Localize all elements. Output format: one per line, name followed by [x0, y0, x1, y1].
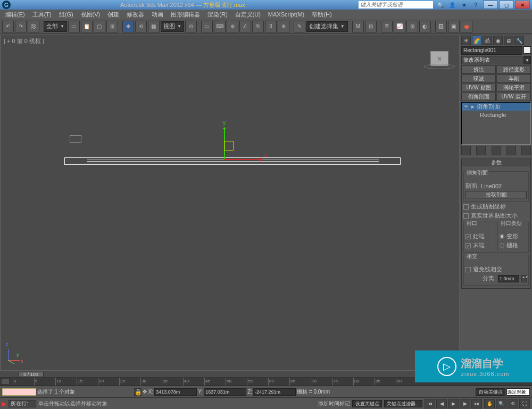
move-button[interactable]: ✥ — [122, 21, 134, 32]
realworld-checkbox[interactable] — [463, 213, 469, 219]
create-tab-icon[interactable]: ✳ — [461, 36, 471, 45]
gizmo-xy-plane[interactable] — [224, 141, 234, 151]
search-input[interactable]: 键入关键字或短语 — [359, 1, 433, 9]
captype-morph-radio[interactable] — [500, 234, 504, 239]
menu-group[interactable]: 组(G) — [56, 10, 77, 19]
keyfilter-button[interactable]: 关键点过滤器... — [384, 400, 422, 407]
modifier-stack[interactable]: 👁 ▸ 倒角剖面 Rectangle — [461, 102, 531, 145]
object-color-swatch[interactable] — [523, 46, 531, 54]
coord-y-input[interactable]: 1637.031m — [204, 388, 246, 396]
layers-button[interactable]: ≣ — [381, 21, 393, 32]
show-end-result-button[interactable] — [476, 146, 486, 155]
menu-edit[interactable]: 编辑(E) — [2, 10, 28, 19]
modify-tab-icon[interactable]: 🌈 — [472, 36, 481, 45]
menu-maxscript[interactable]: MAXScript(M) — [265, 11, 307, 18]
gizmo-x-axis[interactable] — [224, 159, 261, 160]
mirror-button[interactable]: M — [352, 21, 364, 32]
script-loc-arrow[interactable]: ▶ — [2, 400, 6, 407]
app-logo[interactable]: G — [2, 1, 11, 9]
viewport-orbit-button[interactable]: ⟲ — [508, 399, 518, 408]
pivot-button[interactable]: ⊙ — [185, 21, 197, 32]
script-loc-dropdown[interactable]: 所在行: — [9, 400, 36, 407]
viewport-max-button[interactable]: ⛶ — [519, 399, 530, 408]
add-time-tag[interactable]: 添加时间标记 — [318, 400, 350, 407]
viewport-label[interactable]: [ + 0 前 0 线框 ] — [4, 37, 44, 45]
minimize-button[interactable]: — — [483, 1, 498, 9]
coord-x-input[interactable]: 3413.078m — [154, 388, 197, 396]
goto-start-button[interactable]: ⏮ — [425, 399, 435, 408]
stack-item-rectangle[interactable]: Rectangle — [462, 111, 530, 119]
help-icon[interactable]: ? — [471, 1, 480, 9]
viewport[interactable]: [ + 0 前 0 线框 ] 前 y x z x y — [0, 35, 460, 371]
pick-section-button[interactable]: 拾取剖面 — [466, 191, 527, 198]
hierarchy-tab-icon[interactable]: 品 — [483, 36, 492, 45]
spinner-snap-button[interactable]: 3 — [265, 21, 277, 32]
captype-grid-radio[interactable] — [500, 243, 504, 248]
scope-dropdown[interactable]: 全部▼ — [44, 21, 67, 32]
menu-animation[interactable]: 动画 — [148, 10, 167, 19]
scale-button[interactable]: ▦ — [148, 21, 160, 32]
select-button[interactable]: ▭ — [68, 21, 80, 32]
separation-spinner[interactable]: 1.0mm — [498, 275, 519, 282]
gen-uv-checkbox[interactable] — [463, 204, 469, 210]
remove-modifier-button[interactable] — [506, 146, 516, 155]
btn-uvwmap[interactable]: UVW 贴图 — [461, 84, 496, 92]
play-button[interactable]: ▶ — [448, 399, 459, 408]
btn-noise[interactable]: 噪波 — [461, 74, 496, 83]
edged-faces-button[interactable]: ❄ — [278, 21, 289, 32]
render-button[interactable]: 🫖 — [461, 21, 472, 32]
rendered-frame-button[interactable]: ▣ — [448, 21, 460, 32]
pin-stack-button[interactable] — [461, 146, 471, 155]
btn-pathdeform[interactable]: 路径变形 — [496, 65, 531, 74]
btn-lathe[interactable]: 车削 — [496, 74, 531, 83]
utilities-tab-icon[interactable]: 🔧 — [514, 36, 524, 45]
favorite-icon[interactable]: ★ — [460, 1, 468, 9]
select-region-button[interactable]: ▢ — [94, 21, 105, 32]
redo-button[interactable]: ↷ — [15, 21, 27, 32]
cap-end-checkbox[interactable] — [466, 243, 471, 248]
script-mini-listener[interactable] — [2, 388, 36, 396]
menu-rendering[interactable]: 渲染(R) — [204, 10, 230, 19]
close-button[interactable]: ✕ — [515, 1, 530, 9]
btn-turbosmooth[interactable]: 涡轮平滑 — [496, 84, 531, 92]
search-icon[interactable]: 🔍 — [436, 1, 445, 9]
params-header[interactable]: 参数 — [462, 159, 530, 166]
time-slider-thumb[interactable]: 0 / 100 — [18, 372, 44, 377]
render-setup-button[interactable]: 🖼 — [435, 21, 447, 32]
lock-selection-button[interactable]: 🔒 — [134, 388, 142, 396]
autokey-button[interactable]: 自动关键点 — [476, 388, 505, 396]
percent-snap-button[interactable]: % — [252, 21, 264, 32]
link-button[interactable]: ⛓ — [28, 21, 39, 32]
prev-frame-button[interactable]: ◀ — [436, 399, 447, 408]
selection-set-dropdown[interactable]: 创建选择集▼ — [306, 21, 348, 32]
modifier-list-arrow[interactable]: ▼ — [523, 56, 531, 64]
keyboard-shortcut-button[interactable]: ⌨ — [214, 21, 226, 32]
refcoord-dropdown[interactable]: 视图▼ — [161, 21, 184, 32]
snap-toggle-button[interactable]: ⊕ — [227, 21, 238, 32]
separation-spinner-arrows[interactable]: ▲▼ — [521, 275, 527, 282]
avoid-intersect-checkbox[interactable] — [466, 267, 471, 272]
align-button[interactable]: ⊟ — [365, 21, 377, 32]
menu-help[interactable]: 帮助(H) — [309, 10, 335, 19]
rotate-button[interactable]: ⟲ — [135, 21, 147, 32]
btn-uvwunwrap[interactable]: UVW 展开 — [496, 93, 531, 101]
display-tab-icon[interactable]: 🖥 — [504, 36, 513, 45]
signin-icon[interactable]: 👤 — [448, 1, 456, 9]
schematic-view-button[interactable]: ⊞ — [406, 21, 418, 32]
curve-editor-button[interactable]: 📈 — [394, 21, 405, 32]
angle-snap-button[interactable]: ∠ — [239, 21, 251, 32]
window-crossing-button[interactable]: ⊞ — [106, 21, 118, 32]
menu-grapheditors[interactable]: 图形编辑器 — [168, 10, 203, 19]
cap-start-checkbox[interactable] — [466, 234, 471, 239]
undo-button[interactable]: ↶ — [2, 21, 14, 32]
object-name-input[interactable]: Rectangle001 — [461, 46, 522, 55]
configure-sets-button[interactable] — [521, 146, 531, 155]
menu-modifiers[interactable]: 修改器 — [123, 10, 147, 19]
manipulate-button[interactable]: ▭ — [201, 21, 213, 32]
viewport-zoom-button[interactable]: 🔍 — [496, 399, 506, 408]
menu-customize[interactable]: 自定义(U) — [232, 10, 264, 19]
btn-extrude[interactable]: 挤出 — [461, 65, 496, 74]
selpair-dropdown[interactable]: 选定对象 — [506, 388, 530, 396]
material-editor-button[interactable]: ◐ — [419, 21, 431, 32]
setkey-button[interactable]: 设置关键点 — [352, 400, 382, 407]
